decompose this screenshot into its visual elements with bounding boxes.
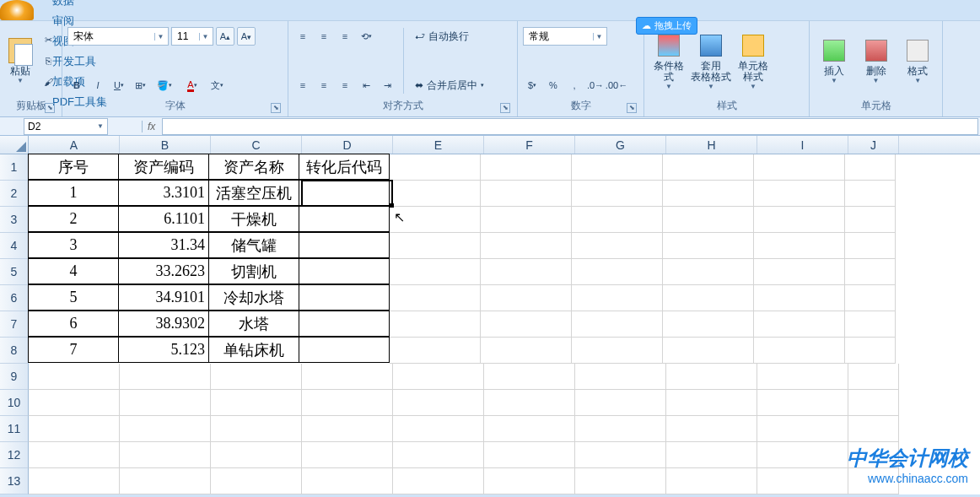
cell-G12[interactable] xyxy=(575,442,666,468)
fx-label[interactable]: fx xyxy=(142,121,162,132)
col-header-C[interactable]: C xyxy=(211,136,302,154)
cell-H6[interactable] xyxy=(663,285,754,311)
cell-J5[interactable] xyxy=(845,259,896,285)
cell-C8[interactable]: 单钻床机 xyxy=(208,337,299,363)
phonetic-button[interactable]: 文▾ xyxy=(207,76,226,95)
paste-button[interactable]: 粘贴 ▼ xyxy=(5,24,35,97)
cell-C1[interactable]: 资产名称 xyxy=(208,154,299,180)
cell-J2[interactable] xyxy=(845,181,896,207)
cell-G6[interactable] xyxy=(572,285,663,311)
cell-D10[interactable] xyxy=(302,390,393,416)
row-header-1[interactable]: 1 xyxy=(0,154,29,181)
cell-A5[interactable]: 4 xyxy=(28,258,119,284)
col-header-I[interactable]: I xyxy=(757,136,848,154)
cell-G1[interactable] xyxy=(572,154,663,181)
delete-cells-button[interactable]: 删除 ▼ xyxy=(857,24,896,97)
insert-cells-button[interactable]: 插入 ▼ xyxy=(815,24,853,97)
cell-B10[interactable] xyxy=(120,390,211,416)
chevron-down-icon[interactable]: ▼ xyxy=(593,33,605,41)
cell-E1[interactable] xyxy=(390,154,481,181)
cell-C11[interactable] xyxy=(211,416,302,442)
merge-center-button[interactable]: ⬌合并后居中▾ xyxy=(411,76,488,95)
cell-B9[interactable] xyxy=(120,364,211,390)
cell-H11[interactable] xyxy=(666,416,757,442)
align-middle-button[interactable]: ≡ xyxy=(315,27,333,46)
cell-style-button[interactable]: 单元格 样式 ▼ xyxy=(734,24,773,97)
cell-A6[interactable]: 5 xyxy=(28,284,119,311)
cell-I8[interactable] xyxy=(754,338,845,364)
decrease-font-button[interactable]: A▾ xyxy=(237,27,256,46)
row-header-11[interactable]: 11 xyxy=(0,416,29,442)
table-format-button[interactable]: 套用 表格格式 ▼ xyxy=(692,24,730,97)
cell-B8[interactable]: 5.123 xyxy=(118,337,209,363)
cell-I5[interactable] xyxy=(754,259,845,285)
cell-D2[interactable] xyxy=(299,180,390,206)
cell-F8[interactable] xyxy=(481,338,572,364)
tab-4[interactable]: 数据 xyxy=(40,0,119,11)
conditional-format-button[interactable]: 条件格式 ▼ xyxy=(649,24,688,97)
cell-C3[interactable]: 干燥机 xyxy=(208,206,299,232)
row-header-2[interactable]: 2 xyxy=(0,181,29,207)
cell-H1[interactable] xyxy=(663,154,754,181)
cell-E11[interactable] xyxy=(393,416,484,442)
align-top-button[interactable]: ≡ xyxy=(293,27,312,46)
cell-G5[interactable] xyxy=(572,259,663,285)
cell-J9[interactable] xyxy=(848,364,899,390)
row-header-4[interactable]: 4 xyxy=(0,233,29,259)
cell-I1[interactable] xyxy=(754,154,845,181)
cell-E5[interactable] xyxy=(390,259,481,285)
comma-button[interactable]: , xyxy=(565,76,584,95)
cell-B7[interactable]: 38.9302 xyxy=(118,311,209,337)
cell-F2[interactable] xyxy=(481,181,572,207)
copy-button[interactable]: ⎘ xyxy=(39,51,57,70)
col-header-H[interactable]: H xyxy=(666,136,757,154)
cell-C6[interactable]: 冷却水塔 xyxy=(208,284,299,311)
cell-G3[interactable] xyxy=(572,207,663,233)
cell-I12[interactable] xyxy=(757,442,848,468)
cell-J4[interactable] xyxy=(845,233,896,259)
col-header-F[interactable]: F xyxy=(484,136,575,154)
cell-C5[interactable]: 切割机 xyxy=(208,258,299,284)
cell-I10[interactable] xyxy=(757,390,848,416)
row-header-10[interactable]: 10 xyxy=(0,390,29,416)
cell-A2[interactable]: 1 xyxy=(28,180,119,206)
italic-button[interactable]: I xyxy=(89,76,107,95)
cell-I4[interactable] xyxy=(754,233,845,259)
chevron-down-icon[interactable]: ▼ xyxy=(154,33,166,41)
cell-H4[interactable] xyxy=(663,233,754,259)
cell-B13[interactable] xyxy=(120,468,211,494)
cut-button[interactable]: ✂ xyxy=(39,30,57,49)
row-header-12[interactable]: 12 xyxy=(0,442,29,468)
cell-G10[interactable] xyxy=(575,390,666,416)
font-launcher[interactable]: ⬊ xyxy=(271,103,281,113)
cell-H8[interactable] xyxy=(663,338,754,364)
cell-B6[interactable]: 34.9101 xyxy=(118,284,209,311)
cell-A10[interactable] xyxy=(29,390,120,416)
cell-H3[interactable] xyxy=(663,207,754,233)
cell-A3[interactable]: 2 xyxy=(28,206,119,232)
cell-B1[interactable]: 资产编码 xyxy=(118,154,209,180)
cell-D1[interactable]: 转化后代码 xyxy=(299,154,390,180)
chevron-down-icon[interactable]: ▼ xyxy=(97,122,104,130)
cell-A12[interactable] xyxy=(29,442,120,468)
cell-J7[interactable] xyxy=(845,311,896,338)
clipboard-launcher[interactable]: ⬊ xyxy=(45,103,55,113)
cell-G11[interactable] xyxy=(575,416,666,442)
cell-B4[interactable]: 31.34 xyxy=(118,232,209,258)
cell-J11[interactable] xyxy=(848,416,899,442)
cell-E8[interactable] xyxy=(390,338,481,364)
increase-decimal-button[interactable]: .0→ xyxy=(586,76,605,95)
number-launcher[interactable]: ⬊ xyxy=(627,103,637,113)
cell-C13[interactable] xyxy=(211,468,302,494)
align-launcher[interactable]: ⬊ xyxy=(500,103,510,113)
cell-F4[interactable] xyxy=(481,233,572,259)
row-header-9[interactable]: 9 xyxy=(0,364,29,390)
formula-input[interactable] xyxy=(162,118,978,135)
cell-I7[interactable] xyxy=(754,311,845,338)
increase-font-button[interactable]: A▴ xyxy=(216,27,234,46)
cell-A4[interactable]: 3 xyxy=(28,232,119,258)
align-bottom-button[interactable]: ≡ xyxy=(336,27,354,46)
percent-button[interactable]: % xyxy=(544,76,563,95)
cell-J6[interactable] xyxy=(845,285,896,311)
font-name-combo[interactable]: 宋体▼ xyxy=(67,27,169,46)
